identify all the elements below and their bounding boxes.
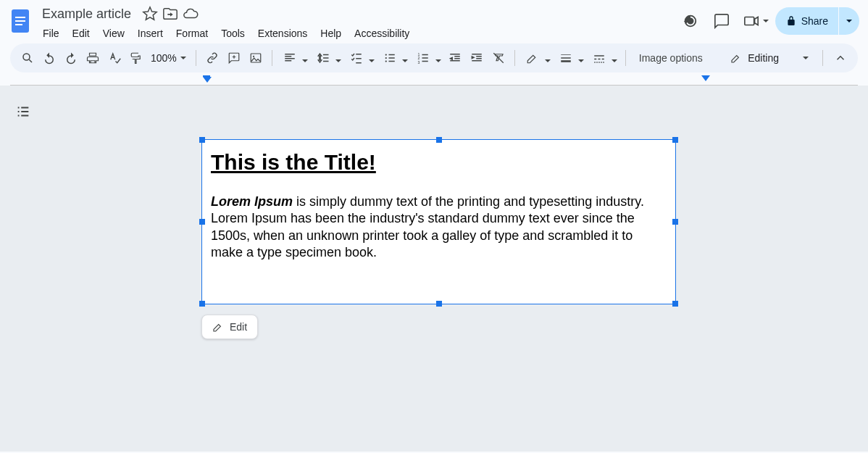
svg-rect-3 [15, 24, 22, 25]
document-title[interactable]: Example article [38, 7, 135, 22]
svg-point-6 [253, 56, 254, 57]
history-icon[interactable] [677, 8, 703, 34]
editing-mode-label: Editing [748, 52, 779, 64]
border-weight-dropdown[interactable] [554, 48, 586, 68]
resize-handle-ne[interactable] [672, 137, 678, 143]
content-lead: Lorem Ipsum [211, 194, 293, 209]
resize-handle-nw[interactable] [199, 137, 205, 143]
outline-toggle-icon[interactable] [10, 99, 36, 125]
border-dash-dropdown[interactable] [588, 48, 619, 68]
pencil-icon [730, 52, 742, 64]
share-button[interactable]: Share [775, 7, 838, 35]
separator [196, 50, 196, 66]
spellcheck-icon[interactable] [104, 48, 125, 68]
menu-tools[interactable]: Tools [216, 25, 250, 42]
menu-accessibility[interactable]: Accessibility [349, 25, 414, 42]
app-header: Example article File Edit View Insert Fo… [0, 0, 868, 43]
resize-handle-se[interactable] [672, 301, 678, 307]
svg-rect-2 [15, 20, 25, 22]
separator [514, 50, 515, 66]
edit-popover-button[interactable]: Edit [201, 315, 258, 339]
text-box-selection[interactable]: This is the Title! Lorem Ipsum is simply… [201, 139, 676, 304]
resize-handle-s[interactable] [436, 301, 442, 307]
lock-icon [785, 15, 797, 27]
menu-file[interactable]: File [38, 25, 64, 42]
line-spacing-dropdown[interactable] [312, 48, 343, 68]
caret-down-icon [301, 54, 309, 62]
zoom-select[interactable]: 100% [148, 52, 190, 64]
cloud-status-icon[interactable] [182, 5, 199, 22]
bullet-list-dropdown[interactable] [378, 48, 410, 68]
align-dropdown[interactable] [278, 48, 310, 68]
redo-icon[interactable] [61, 48, 81, 68]
numbered-list-icon: 123 [413, 48, 433, 68]
text-box-content: This is the Title! Lorem Ipsum is simply… [202, 140, 675, 282]
header-right: Share [677, 4, 862, 38]
move-icon[interactable] [162, 5, 179, 22]
meet-button[interactable] [740, 8, 769, 34]
docs-logo[interactable] [6, 4, 35, 38]
svg-point-7 [385, 54, 386, 55]
resize-handle-e[interactable] [672, 219, 678, 225]
add-comment-icon[interactable] [224, 48, 244, 68]
comments-icon[interactable] [709, 8, 735, 34]
bullet-list-icon [380, 48, 400, 68]
video-icon [740, 8, 762, 34]
numbered-list-dropdown[interactable]: 123 [412, 48, 443, 68]
menu-help[interactable]: Help [315, 25, 346, 42]
share-dropdown[interactable] [839, 7, 859, 35]
separator [625, 50, 626, 66]
edit-popover-label: Edit [230, 321, 247, 333]
ruler[interactable] [10, 75, 858, 86]
indent-increase-icon[interactable] [467, 48, 487, 68]
menu-extensions[interactable]: Extensions [253, 25, 312, 42]
right-indent-marker[interactable] [701, 75, 710, 81]
menu-edit[interactable]: Edit [67, 25, 95, 42]
toolbar-right: Editing [725, 48, 851, 68]
resize-handle-w[interactable] [199, 219, 205, 225]
caret-down-icon [368, 54, 375, 62]
border-color-dropdown[interactable] [521, 48, 553, 68]
checklist-dropdown[interactable] [345, 48, 377, 68]
menu-view[interactable]: View [98, 25, 130, 42]
left-indent-marker[interactable] [203, 75, 212, 83]
resize-handle-sw[interactable] [199, 301, 205, 307]
insert-image-icon[interactable] [246, 48, 266, 68]
zoom-value: 100% [151, 52, 177, 64]
title-actions [141, 5, 199, 22]
resize-handle-n[interactable] [436, 137, 442, 143]
border-dash-icon [589, 48, 609, 68]
content-body: Lorem Ipsum is simply dummy text of the … [211, 194, 667, 262]
indent-decrease-icon[interactable] [445, 48, 465, 68]
toolbar: 100% 123 Image options [10, 43, 858, 72]
search-menus-icon[interactable] [17, 48, 38, 68]
separator [272, 50, 272, 66]
title-row: Example article [38, 4, 414, 23]
caret-down-icon [802, 52, 809, 64]
caret-down-icon [435, 54, 442, 62]
caret-down-icon [611, 54, 618, 62]
clear-formatting-icon[interactable] [488, 48, 509, 68]
separator [822, 50, 823, 66]
svg-rect-1 [15, 17, 25, 18]
share-label: Share [801, 15, 828, 27]
editing-mode-dropdown[interactable]: Editing [725, 52, 815, 64]
document-canvas[interactable]: This is the Title! Lorem Ipsum is simply… [0, 86, 868, 452]
menu-format[interactable]: Format [171, 25, 213, 42]
svg-point-9 [385, 60, 386, 62]
content-title: This is the Title! [211, 150, 667, 175]
print-icon[interactable] [83, 48, 103, 68]
caret-down-icon [401, 54, 409, 62]
collapse-toolbar-icon[interactable] [830, 48, 851, 68]
pencil-icon [212, 321, 224, 333]
insert-link-icon[interactable] [202, 48, 222, 68]
border-weight-icon [556, 48, 576, 68]
caret-down-icon [762, 14, 769, 28]
checklist-icon [346, 48, 367, 68]
star-icon[interactable] [141, 5, 159, 22]
pen-icon [522, 48, 543, 68]
paint-format-icon[interactable] [126, 48, 146, 68]
image-options-button[interactable]: Image options [632, 52, 710, 64]
undo-icon[interactable] [39, 48, 59, 68]
menu-insert[interactable]: Insert [133, 25, 168, 42]
